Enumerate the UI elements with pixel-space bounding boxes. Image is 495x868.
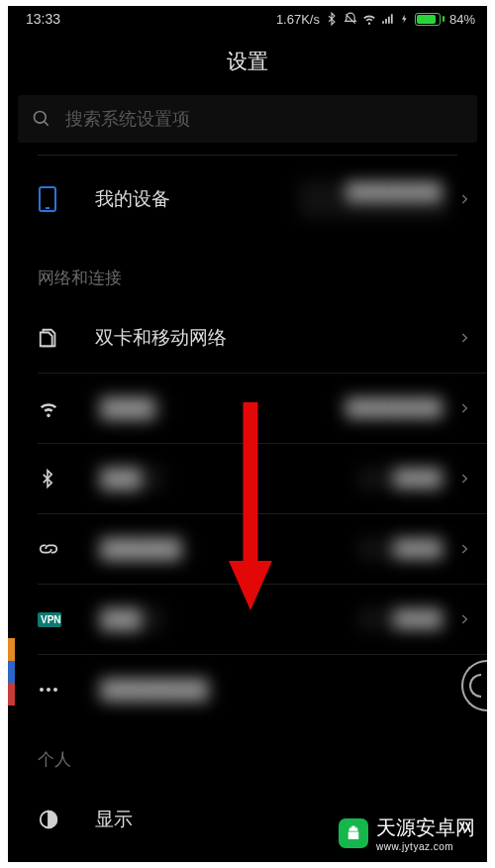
wifi-row-icon: [38, 397, 73, 419]
row-label: ██████: [95, 536, 187, 562]
sim-icon: [38, 327, 73, 349]
row-label: 我的设备: [95, 186, 170, 212]
svg-point-0: [35, 112, 47, 124]
svg-line-1: [45, 122, 49, 126]
svg-point-5: [47, 688, 50, 692]
row-value: ████████: [170, 180, 457, 218]
battery-pct: 84%: [449, 12, 475, 27]
dnd-icon: [344, 12, 357, 26]
chevron-right-icon: [457, 472, 471, 486]
row-vpn[interactable]: VPN ███ ████: [8, 585, 487, 654]
watermark-text: 天源安卓网: [376, 814, 475, 841]
row-more[interactable]: ████████: [8, 655, 487, 724]
svg-point-4: [40, 688, 44, 692]
search-bar[interactable]: 搜索系统设置项: [18, 95, 477, 143]
vpn-icon: VPN: [38, 612, 73, 627]
chevron-right-icon: [457, 542, 471, 556]
charge-icon: [400, 12, 410, 26]
row-dual-sim[interactable]: 双卡和移动网络: [8, 303, 487, 373]
row-label: ████████: [95, 677, 214, 703]
net-speed: 1.67K/s: [276, 12, 320, 27]
row-label: ████: [95, 395, 164, 421]
chevron-right-icon: [457, 331, 471, 345]
signal-icon: [381, 12, 395, 26]
row-bluetooth[interactable]: ███ ████: [8, 444, 487, 513]
svg-point-11: [355, 826, 357, 828]
phone-icon: [38, 185, 73, 213]
chevron-right-icon: [457, 612, 471, 626]
wifi-icon: [362, 12, 376, 26]
bluetooth-row-icon: [38, 467, 73, 490]
svg-point-6: [53, 688, 57, 692]
row-hotspot[interactable]: ██████ ████: [8, 514, 487, 584]
bluetooth-icon: [325, 12, 339, 26]
link-icon: [38, 538, 73, 560]
section-personal: 个人: [8, 724, 487, 785]
watermark-logo-icon: [339, 818, 368, 848]
chevron-right-icon: [457, 401, 471, 415]
search-icon: [32, 109, 51, 129]
page-title: 设置: [8, 30, 487, 95]
svg-point-10: [350, 826, 352, 828]
row-value: ████████: [164, 396, 457, 420]
more-icon: [38, 686, 73, 694]
search-placeholder: 搜索系统设置项: [65, 107, 190, 131]
row-value: ████: [187, 537, 457, 561]
row-my-device[interactable]: 我的设备 ████████: [8, 156, 487, 243]
status-bar: 13:33 1.67K/s 84%: [8, 6, 487, 30]
row-label: ███: [95, 606, 164, 632]
row-value: ████: [164, 467, 457, 490]
brightness-icon: [38, 809, 73, 830]
battery-icon: [415, 13, 445, 26]
chevron-right-icon: [457, 192, 471, 206]
watermark-subtext: www.jytyaz.com: [376, 841, 475, 852]
row-label: ███: [95, 466, 164, 491]
row-label: 双卡和移动网络: [95, 325, 227, 351]
row-label: 显示: [95, 807, 133, 832]
section-network: 网络和连接: [8, 243, 487, 303]
row-value: ████: [164, 607, 457, 631]
row-wlan[interactable]: ████ ████████: [8, 374, 487, 443]
edge-color-tabs: [8, 638, 15, 705]
status-time: 13:33: [26, 11, 60, 27]
watermark: 天源安卓网 www.jytyaz.com: [339, 814, 475, 852]
